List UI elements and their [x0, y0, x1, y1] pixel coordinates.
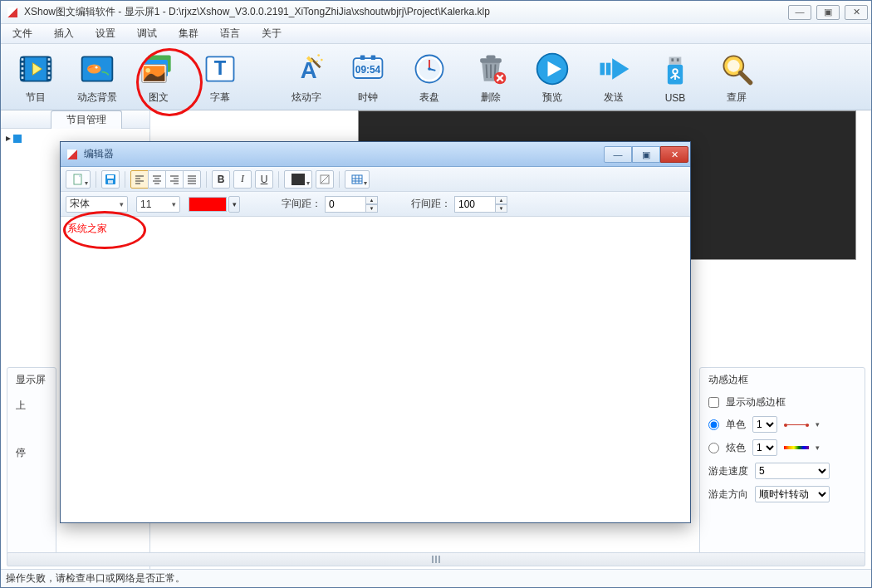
border-panel: 动感边框 显示动感边框 单色 1 ▾ 炫色 1 ▾ 游走速度 5 — [699, 367, 865, 565]
editor-close-button[interactable]: ✕ — [660, 146, 688, 163]
line-spacing-input[interactable] — [454, 196, 496, 213]
menu-language[interactable]: 语言 — [220, 27, 240, 41]
tree-tab-program[interactable]: 节目管理 — [51, 110, 122, 129]
svg-rect-6 — [22, 58, 24, 61]
svg-rect-44 — [487, 56, 496, 60]
align-group — [130, 170, 201, 189]
tb-program[interactable]: 节目 — [6, 47, 66, 108]
tb-inspect-screen[interactable]: 查屏 — [707, 47, 767, 108]
clear-format-button[interactable] — [316, 170, 334, 189]
tb-preview[interactable]: 预览 — [522, 47, 582, 108]
save-button[interactable] — [101, 170, 120, 189]
svg-rect-37 — [371, 56, 376, 61]
window-title: XShow图文编辑软件 - 显示屏1 - D:\rjxz\Xshow_V3.0.… — [24, 5, 490, 19]
display-panel-row1: 上 — [16, 399, 47, 413]
svg-rect-36 — [360, 56, 365, 61]
tb-subtitle[interactable]: T 字幕 — [190, 47, 250, 108]
editor-title: 编辑器 — [84, 147, 604, 161]
svg-point-42 — [428, 67, 431, 71]
horizontal-scrollbar[interactable] — [7, 552, 865, 566]
menu-settings[interactable]: 设置 — [96, 27, 115, 41]
close-button[interactable]: ✕ — [845, 5, 868, 20]
tb-image-text[interactable]: 图文 — [129, 47, 189, 108]
border-gradient-select[interactable]: 1 — [752, 439, 777, 456]
tree-tab-bar: 节目管理 — [1, 110, 149, 129]
editor-text-area[interactable]: 系统之家 — [61, 217, 690, 522]
border-solid-select[interactable]: 1 — [752, 416, 777, 433]
align-left-button[interactable] — [130, 170, 149, 189]
tb-dynamic-bg[interactable]: 动态背景 — [67, 47, 127, 108]
svg-rect-74 — [108, 180, 113, 184]
align-center-button[interactable] — [148, 170, 166, 189]
svg-point-18 — [87, 65, 101, 74]
italic-button[interactable]: I — [233, 170, 252, 189]
text-color-button[interactable] — [284, 170, 312, 189]
window-buttons: — ▣ ✕ — [788, 5, 868, 20]
svg-rect-8 — [22, 67, 24, 70]
svg-point-32 — [316, 61, 318, 62]
tb-dial[interactable]: 表盘 — [399, 47, 459, 108]
border-gradient-label: 炫色 — [726, 441, 746, 455]
main-toolbar: 节目 动态背景 图文 T 字幕 A 炫动字 09:54 时钟 表盘 删除 — [1, 44, 871, 110]
char-spacing-input[interactable] — [325, 196, 366, 213]
svg-rect-55 — [606, 63, 611, 76]
insert-table-button[interactable] — [345, 170, 370, 189]
svg-rect-58 — [671, 58, 674, 61]
svg-text:T: T — [214, 56, 227, 79]
menu-file[interactable]: 文件 — [12, 27, 32, 41]
svg-text:09:54: 09:54 — [355, 64, 381, 76]
tb-clock[interactable]: 09:54 时钟 — [338, 47, 398, 108]
svg-line-67 — [741, 73, 751, 83]
border-dir-label: 游走方向 — [708, 488, 748, 502]
menu-cluster[interactable]: 集群 — [179, 27, 198, 41]
underline-button[interactable]: U — [255, 170, 273, 189]
menu-debug[interactable]: 调试 — [137, 27, 157, 41]
line-spacing-spinner[interactable]: ▲▼ — [496, 196, 507, 213]
tb-send[interactable]: 发送 — [584, 47, 644, 108]
editor-minimize-button[interactable]: — — [604, 146, 632, 163]
border-gradient-radio[interactable] — [708, 443, 719, 453]
border-solid-radio[interactable] — [708, 419, 719, 430]
maximize-button[interactable]: ▣ — [816, 5, 840, 20]
menu-insert[interactable]: 插入 — [54, 27, 74, 41]
show-border-checkbox[interactable] — [708, 397, 719, 408]
svg-rect-14 — [48, 72, 51, 75]
editor-toolbar-1: B I U — [61, 167, 690, 192]
editor-titlebar[interactable]: 编辑器 — ▣ ✕ — [61, 142, 690, 167]
align-right-button[interactable] — [165, 170, 184, 189]
editor-window: 编辑器 — ▣ ✕ B I U 宋体▾ 11▾ ▾ 字间距 — [60, 141, 691, 523]
editor-icon — [66, 148, 79, 161]
border-dir-select[interactable]: 顺时针转动 — [755, 486, 830, 502]
font-family-combo[interactable]: 宋体▾ — [66, 196, 128, 213]
bold-button[interactable]: B — [212, 170, 230, 189]
menu-about[interactable]: 关于 — [262, 27, 282, 41]
svg-rect-15 — [48, 76, 51, 79]
border-panel-title: 动感边框 — [708, 373, 856, 387]
svg-rect-12 — [48, 63, 51, 66]
svg-point-30 — [317, 54, 320, 56]
editor-maximize-button[interactable]: ▣ — [632, 146, 660, 163]
char-spacing-spinner[interactable]: ▲▼ — [366, 196, 378, 213]
display-panel: 显示屏 上 停 — [7, 367, 56, 565]
svg-rect-93 — [352, 175, 362, 184]
tb-delete[interactable]: 删除 — [461, 47, 521, 108]
menubar: 文件 插入 设置 调试 集群 语言 关于 — [1, 24, 871, 44]
svg-rect-11 — [48, 58, 51, 61]
align-justify-button[interactable] — [183, 170, 201, 189]
status-text: 操作失败，请检查串口或网络是否正常。 — [6, 571, 185, 586]
line-spacing-field: 行间距： ▲▼ — [411, 196, 507, 213]
tb-animated-text[interactable]: A 炫动字 — [277, 47, 336, 108]
font-color-combo[interactable]: ▾ — [189, 196, 240, 213]
font-size-combo[interactable]: 11▾ — [136, 196, 180, 213]
border-solid-label: 单色 — [726, 418, 746, 432]
svg-point-24 — [145, 68, 150, 73]
border-speed-select[interactable]: 5 — [755, 463, 830, 479]
tb-usb[interactable]: USB — [645, 47, 705, 108]
char-spacing-label: 字间距： — [282, 197, 321, 211]
char-spacing-field: 字间距： ▲▼ — [282, 196, 378, 213]
minimize-button[interactable]: — — [788, 5, 811, 20]
new-doc-button[interactable] — [66, 170, 91, 189]
display-panel-row2: 停 — [16, 446, 47, 460]
show-border-label: 显示动感边框 — [726, 395, 786, 409]
svg-rect-57 — [669, 56, 682, 64]
